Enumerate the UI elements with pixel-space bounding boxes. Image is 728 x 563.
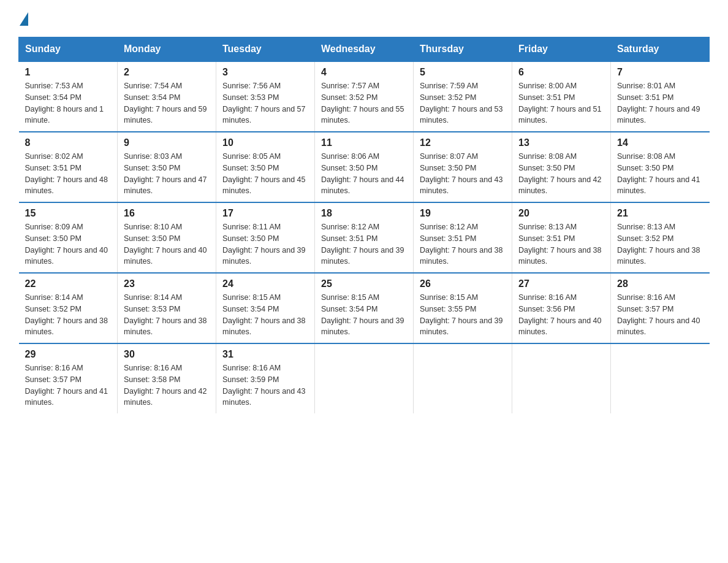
calendar-week-row: 8Sunrise: 8:02 AMSunset: 3:51 PMDaylight… [19,132,710,202]
day-number: 4 [321,67,407,78]
day-number: 6 [518,67,604,78]
day-info: Sunrise: 7:57 AMSunset: 3:52 PMDaylight:… [321,80,407,126]
day-number: 10 [222,137,308,148]
day-number: 29 [25,349,112,360]
day-info: Sunrise: 8:02 AMSunset: 3:51 PMDaylight:… [25,151,112,197]
calendar-cell: 24Sunrise: 8:15 AMSunset: 3:54 PMDayligh… [216,273,315,343]
day-info: Sunrise: 8:16 AMSunset: 3:56 PMDaylight:… [518,292,604,338]
day-number: 23 [124,278,210,289]
calendar-week-row: 1Sunrise: 7:53 AMSunset: 3:54 PMDaylight… [19,61,710,132]
day-info: Sunrise: 8:16 AMSunset: 3:59 PMDaylight:… [222,362,308,408]
calendar-cell: 5Sunrise: 7:59 AMSunset: 3:52 PMDaylight… [414,61,512,132]
day-info: Sunrise: 8:10 AMSunset: 3:50 PMDaylight:… [124,221,210,267]
calendar-cell: 2Sunrise: 7:54 AMSunset: 3:54 PMDaylight… [118,61,216,132]
calendar-cell: 22Sunrise: 8:14 AMSunset: 3:52 PMDayligh… [19,273,118,343]
calendar-cell: 26Sunrise: 8:15 AMSunset: 3:55 PMDayligh… [414,273,512,343]
day-number: 15 [25,208,112,219]
day-number: 3 [222,67,308,78]
calendar-cell: 3Sunrise: 7:56 AMSunset: 3:53 PMDaylight… [216,61,315,132]
day-info: Sunrise: 8:05 AMSunset: 3:50 PMDaylight:… [222,151,308,197]
calendar-table: SundayMondayTuesdayWednesdayThursdayFrid… [18,37,710,413]
calendar-cell: 21Sunrise: 8:13 AMSunset: 3:52 PMDayligh… [611,202,710,273]
calendar-cell: 10Sunrise: 8:05 AMSunset: 3:50 PMDayligh… [216,132,315,202]
day-info: Sunrise: 7:53 AMSunset: 3:54 PMDaylight:… [25,80,112,126]
day-number: 21 [617,208,703,219]
day-number: 28 [617,278,703,289]
day-number: 12 [420,137,506,148]
day-info: Sunrise: 7:56 AMSunset: 3:53 PMDaylight:… [222,80,308,126]
calendar-cell: 19Sunrise: 8:12 AMSunset: 3:51 PMDayligh… [414,202,512,273]
day-info: Sunrise: 8:06 AMSunset: 3:50 PMDaylight:… [321,151,407,197]
day-number: 9 [124,137,210,148]
calendar-cell: 28Sunrise: 8:16 AMSunset: 3:57 PMDayligh… [611,273,710,343]
day-info: Sunrise: 8:08 AMSunset: 3:50 PMDaylight:… [617,151,703,197]
calendar-cell: 27Sunrise: 8:16 AMSunset: 3:56 PMDayligh… [512,273,611,343]
calendar-cell: 7Sunrise: 8:01 AMSunset: 3:51 PMDaylight… [611,61,710,132]
day-info: Sunrise: 8:12 AMSunset: 3:51 PMDaylight:… [420,221,506,267]
weekday-header-friday: Friday [512,37,611,62]
day-number: 22 [25,278,112,289]
day-number: 1 [25,67,112,78]
logo [18,12,28,25]
day-number: 26 [420,278,506,289]
day-number: 19 [420,208,506,219]
day-number: 24 [222,278,308,289]
page-header [18,12,710,25]
calendar-cell [315,343,414,413]
calendar-week-row: 15Sunrise: 8:09 AMSunset: 3:50 PMDayligh… [19,202,710,273]
calendar-cell: 25Sunrise: 8:15 AMSunset: 3:54 PMDayligh… [315,273,414,343]
weekday-header-thursday: Thursday [414,37,512,62]
weekday-header-tuesday: Tuesday [216,37,315,62]
weekday-header-row: SundayMondayTuesdayWednesdayThursdayFrid… [19,37,710,62]
day-number: 16 [124,208,210,219]
calendar-cell [611,343,710,413]
day-info: Sunrise: 8:15 AMSunset: 3:54 PMDaylight:… [222,292,308,338]
day-info: Sunrise: 8:16 AMSunset: 3:57 PMDaylight:… [617,292,703,338]
logo-triangle-icon [20,12,28,26]
calendar-week-row: 29Sunrise: 8:16 AMSunset: 3:57 PMDayligh… [19,343,710,413]
day-info: Sunrise: 8:15 AMSunset: 3:54 PMDaylight:… [321,292,407,338]
calendar-cell: 13Sunrise: 8:08 AMSunset: 3:50 PMDayligh… [512,132,611,202]
day-number: 20 [518,208,604,219]
weekday-header-monday: Monday [118,37,216,62]
calendar-cell: 23Sunrise: 8:14 AMSunset: 3:53 PMDayligh… [118,273,216,343]
calendar-cell: 31Sunrise: 8:16 AMSunset: 3:59 PMDayligh… [216,343,315,413]
calendar-cell: 11Sunrise: 8:06 AMSunset: 3:50 PMDayligh… [315,132,414,202]
day-info: Sunrise: 8:08 AMSunset: 3:50 PMDaylight:… [518,151,604,197]
weekday-header-saturday: Saturday [611,37,710,62]
calendar-week-row: 22Sunrise: 8:14 AMSunset: 3:52 PMDayligh… [19,273,710,343]
calendar-cell: 9Sunrise: 8:03 AMSunset: 3:50 PMDaylight… [118,132,216,202]
weekday-header-sunday: Sunday [19,37,118,62]
day-info: Sunrise: 8:14 AMSunset: 3:52 PMDaylight:… [25,292,112,338]
day-number: 18 [321,208,407,219]
day-info: Sunrise: 8:14 AMSunset: 3:53 PMDaylight:… [124,292,210,338]
calendar-cell: 20Sunrise: 8:13 AMSunset: 3:51 PMDayligh… [512,202,611,273]
calendar-cell: 18Sunrise: 8:12 AMSunset: 3:51 PMDayligh… [315,202,414,273]
day-info: Sunrise: 8:15 AMSunset: 3:55 PMDaylight:… [420,292,506,338]
calendar-cell [512,343,611,413]
calendar-cell: 1Sunrise: 7:53 AMSunset: 3:54 PMDaylight… [19,61,118,132]
calendar-cell: 12Sunrise: 8:07 AMSunset: 3:50 PMDayligh… [414,132,512,202]
day-number: 5 [420,67,506,78]
weekday-header-wednesday: Wednesday [315,37,414,62]
calendar-cell: 16Sunrise: 8:10 AMSunset: 3:50 PMDayligh… [118,202,216,273]
day-info: Sunrise: 8:12 AMSunset: 3:51 PMDaylight:… [321,221,407,267]
day-number: 17 [222,208,308,219]
day-info: Sunrise: 7:59 AMSunset: 3:52 PMDaylight:… [420,80,506,126]
calendar-cell: 29Sunrise: 8:16 AMSunset: 3:57 PMDayligh… [19,343,118,413]
day-number: 11 [321,137,407,148]
day-number: 2 [124,67,210,78]
day-info: Sunrise: 7:54 AMSunset: 3:54 PMDaylight:… [124,80,210,126]
day-info: Sunrise: 8:16 AMSunset: 3:57 PMDaylight:… [25,362,112,408]
day-number: 7 [617,67,703,78]
calendar-cell: 6Sunrise: 8:00 AMSunset: 3:51 PMDaylight… [512,61,611,132]
calendar-cell: 4Sunrise: 7:57 AMSunset: 3:52 PMDaylight… [315,61,414,132]
day-info: Sunrise: 8:09 AMSunset: 3:50 PMDaylight:… [25,221,112,267]
day-info: Sunrise: 8:07 AMSunset: 3:50 PMDaylight:… [420,151,506,197]
calendar-cell [414,343,512,413]
calendar-cell: 30Sunrise: 8:16 AMSunset: 3:58 PMDayligh… [118,343,216,413]
day-number: 14 [617,137,703,148]
calendar-cell: 17Sunrise: 8:11 AMSunset: 3:50 PMDayligh… [216,202,315,273]
day-info: Sunrise: 8:00 AMSunset: 3:51 PMDaylight:… [518,80,604,126]
day-info: Sunrise: 8:16 AMSunset: 3:58 PMDaylight:… [124,362,210,408]
